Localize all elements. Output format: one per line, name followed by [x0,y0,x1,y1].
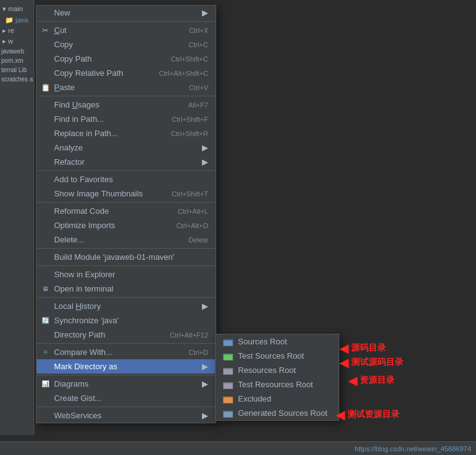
menu-item-find-in-path[interactable]: Find in Path... Ctrl+Shift+F [37,112,216,126]
resources-root-label: Resources Root [238,365,296,375]
submenu-item-generated-sources-root[interactable]: Generated Sources Root [216,406,339,420]
separator-7 [37,297,216,298]
menu-item-reformat-code[interactable]: Reformat Code Ctrl+Alt+L [37,204,216,218]
menu-item-compare-with[interactable]: ✳ Compare With... Ctrl+D [37,345,216,359]
generated-sources-root-label: Generated Sources Root [238,408,327,418]
arrow-icon-analyze: ▶ [202,143,208,152]
annotation-test-resources-root: ◀ 测试资源目录 [336,407,400,422]
cut-icon: ✂ [40,25,50,35]
menu-item-replace-in-path[interactable]: Replace in Path... Ctrl+Shift+R [37,126,216,140]
arrow-test-sources: ◀ [339,355,349,370]
test-sources-root-icon [223,352,234,361]
submenu-item-test-resources-root[interactable]: Test Resources Root [216,377,339,392]
arrow-icon-refactor: ▶ [202,157,208,167]
separator-6 [37,265,216,266]
menu-item-delete[interactable]: Delete... Delete [37,232,216,247]
separator-2 [37,96,216,96]
menu-item-synchronize[interactable]: 🔄 Synchronize 'java' [37,313,216,328]
menu-item-analyze[interactable]: Analyze ▶ [37,140,216,155]
label-sources-root: 源码目录 [351,342,386,354]
menu-item-copy-path[interactable]: Copy Path Ctrl+Shift+C [37,52,216,66]
separator-9 [37,375,216,375]
sidebar-item-main: ▾ main [0,3,34,15]
status-bar-url: https://blog.csdn.net/weixin_45686974 [355,445,471,453]
menu-item-directory-path[interactable]: Directory Path Ctrl+Alt+F12 [37,328,216,342]
menu-item-refactor[interactable]: Refactor ▶ [37,155,216,169]
sidebar-item-java: 📁 java [0,15,34,25]
diagrams-icon: 📊 [40,379,50,389]
separator-8 [37,343,216,344]
svg-rect-12 [224,412,232,417]
sidebar-item-external: ternal Lib [0,65,34,75]
svg-rect-10 [224,398,232,403]
mark-directory-submenu: Sources Root Test Sources Root Resources… [215,334,339,421]
menu-item-diagrams[interactable]: 📊 Diagrams ▶ [37,377,216,391]
svg-rect-6 [224,369,232,374]
annotation-resources-root: ◀ 资源目录 [348,373,395,388]
separator-5 [37,248,216,249]
arrow-resources: ◀ [348,373,357,388]
arrow-test-resources: ◀ [336,407,345,422]
label-test-resources-root: 测试资源目录 [347,409,400,420]
menu-item-create-gist[interactable]: Create Gist... [37,391,216,405]
submenu-item-sources-root[interactable]: Sources Root [216,334,339,349]
arrow-icon-mark: ▶ [202,362,208,371]
menu-item-build-module[interactable]: Build Module 'javaweb-01-maven' [37,250,216,264]
label-resources-root: 资源目录 [360,375,395,386]
menu-item-cut[interactable]: ✂ Cut Ctrl+X [37,23,216,37]
menu-item-copy[interactable]: Copy Ctrl+C [37,37,216,52]
sources-root-icon [223,338,234,346]
svg-rect-8 [224,384,232,388]
test-resources-root-label: Test Resources Root [238,380,313,389]
separator-4 [37,202,216,203]
arrow-icon-diagrams: ▶ [202,379,208,388]
terminal-icon: 🖥 [40,284,50,294]
paste-icon: 📋 [40,83,50,93]
menu-item-show-in-explorer[interactable]: Show in Explorer [37,267,216,282]
context-menu: New ▶ ✂ Cut Ctrl+X Copy Ctrl+C Copy Path… [36,5,216,423]
menu-item-copy-relative-path[interactable]: Copy Relative Path Ctrl+Alt+Shift+C [37,66,216,80]
menu-item-find-usages[interactable]: Find Usages Alt+F7 [37,98,216,112]
test-sources-root-label: Test Sources Root [238,351,304,361]
test-resources-root-icon [223,380,234,389]
resources-root-icon [223,366,234,375]
label-test-sources-root: 测试源码目录 [351,357,403,368]
menu-item-local-history[interactable]: Local History ▶ [37,299,216,313]
menu-item-optimize-imports[interactable]: Optimize Imports Ctrl+Alt+O [37,218,216,232]
submenu-item-excluded[interactable]: Excluded [216,392,339,406]
sidebar-item-re: ▸ re [0,25,34,36]
sidebar-item-pom: pom.xm [0,56,34,65]
svg-rect-4 [224,355,232,360]
arrow-icon: ▶ [202,8,208,17]
sidebar: ▾ main 📁 java ▸ re ▸ w javaweb pom.xm te… [0,0,34,435]
sync-icon: 🔄 [40,316,50,326]
menu-item-show-image-thumbnails[interactable]: Show Image Thumbnails Ctrl+Shift+T [37,186,216,201]
sources-root-label: Sources Root [238,337,287,346]
annotation-test-sources-root: ◀ 测试源码目录 [339,355,403,370]
separator-1 [37,21,216,22]
arrow-icon-local-history: ▶ [202,301,208,311]
menu-item-add-to-favorites[interactable]: Add to Favorites [37,172,216,186]
menu-item-mark-directory-as[interactable]: Mark Directory as ▶ [37,359,216,374]
separator-10 [37,407,216,407]
svg-rect-2 [224,341,232,346]
separator-3 [37,170,216,171]
excluded-icon [223,395,234,403]
status-bar: https://blog.csdn.net/weixin_45686974 [0,441,476,455]
sidebar-item-scratches: scratches a [0,75,34,84]
menu-item-new[interactable]: New ▶ [37,6,216,20]
menu-item-webservices[interactable]: WebServices ▶ [37,408,216,423]
sidebar-item-javaweb: javaweb [0,47,34,56]
sidebar-item-w: ▸ w [0,36,34,47]
submenu-item-resources-root[interactable]: Resources Root [216,363,339,377]
annotation-sources-root: ◀ 源码目录 [339,341,386,356]
menu-item-open-terminal[interactable]: 🖥 Open in terminal [37,282,216,296]
submenu-item-test-sources-root[interactable]: Test Sources Root [216,349,339,363]
arrow-sources-root: ◀ [339,341,349,356]
menu-item-paste[interactable]: 📋 Paste Ctrl+V [37,80,216,94]
generated-sources-root-icon [223,409,234,418]
compare-icon: ✳ [40,347,50,357]
excluded-label: Excluded [238,394,271,403]
arrow-icon-webservices: ▶ [202,411,208,420]
